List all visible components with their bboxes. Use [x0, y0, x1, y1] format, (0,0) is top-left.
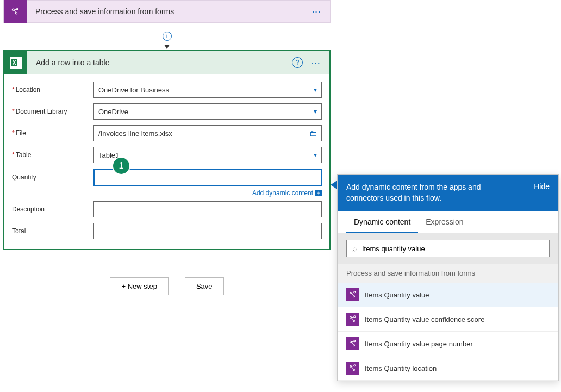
panel-search-input[interactable]	[362, 245, 544, 253]
quantity-input[interactable]	[94, 169, 322, 186]
folder-icon: 🗀	[309, 129, 317, 138]
designer-button-row: + New step Save	[3, 277, 331, 295]
location-label: *Location	[12, 86, 94, 94]
step-connector: +	[3, 23, 331, 50]
action-step-title: Add a row into a table	[27, 58, 292, 67]
field-row-file: *File /Invoices line items.xlsx 🗀	[12, 125, 322, 141]
total-label: Total	[12, 227, 94, 235]
action-step-body: *Location OneDrive for Business ▾ *Docum…	[4, 74, 329, 249]
table-value: Table1	[98, 151, 119, 159]
action-step-menu-button[interactable]: ···	[308, 59, 329, 67]
panel-item-quantity-value[interactable]: Items Quantity value	[338, 283, 558, 307]
library-label: *Document Library	[12, 108, 94, 115]
quantity-label: Quantity	[12, 173, 94, 181]
ai-builder-icon	[346, 337, 359, 350]
svg-point-10	[354, 340, 356, 342]
field-row-table: *Table Table1 ▾	[12, 147, 322, 163]
add-dynamic-content-link[interactable]: Add dynamic content ＋	[252, 189, 322, 197]
panel-pointer-icon	[331, 181, 337, 189]
chevron-down-icon: ▾	[314, 86, 317, 94]
ai-builder-icon	[346, 288, 359, 301]
action-step-header[interactable]: X Add a row into a table ? ···	[4, 51, 329, 74]
insert-step-button[interactable]: +	[163, 32, 172, 41]
help-icon[interactable]: ?	[292, 57, 303, 68]
description-input[interactable]	[94, 201, 322, 217]
library-dropdown[interactable]: OneDrive ▾	[94, 103, 322, 120]
svg-point-7	[354, 316, 356, 318]
tab-dynamic-content[interactable]: Dynamic content	[346, 211, 418, 233]
panel-headline: Add dynamic content from the apps and co…	[346, 182, 509, 203]
panel-hide-button[interactable]: Hide	[534, 182, 550, 191]
panel-search-box[interactable]: ⌕	[346, 240, 550, 257]
chevron-down-icon: ▾	[314, 108, 317, 115]
library-value: OneDrive	[98, 108, 128, 116]
field-row-total: Total	[12, 223, 322, 239]
action-step-card: X Add a row into a table ? ··· *Location…	[3, 50, 331, 250]
svg-point-1	[16, 8, 18, 10]
trigger-step-header[interactable]: Process and save information from forms …	[3, 0, 331, 23]
panel-item-label: Items Quantity location	[365, 364, 437, 372]
text-caret	[99, 173, 99, 182]
flow-designer-column: Process and save information from forms …	[3, 0, 331, 295]
ai-builder-icon	[4, 0, 27, 23]
panel-item-quantity-confidence[interactable]: Items Quantity value confidence score	[338, 307, 558, 332]
expand-icon: ＋	[315, 190, 322, 196]
tab-expression[interactable]: Expression	[418, 211, 471, 233]
panel-header: Add dynamic content from the apps and co…	[338, 175, 558, 211]
table-label: *Table	[12, 151, 94, 159]
ai-builder-icon	[346, 362, 359, 375]
location-dropdown[interactable]: OneDrive for Business ▾	[94, 82, 322, 98]
panel-item-label: Items Quantity value	[365, 291, 429, 299]
field-row-location: *Location OneDrive for Business ▾	[12, 82, 322, 98]
file-picker[interactable]: /Invoices line items.xlsx 🗀	[94, 125, 322, 141]
search-icon: ⌕	[352, 244, 357, 253]
excel-icon: X	[4, 51, 27, 74]
panel-search-area: ⌕	[338, 233, 558, 264]
save-button[interactable]: Save	[185, 277, 224, 295]
ai-builder-icon	[346, 313, 359, 326]
panel-item-label: Items Quantity value page number	[365, 340, 473, 348]
panel-item-quantity-location[interactable]: Items Quantity location	[338, 356, 558, 381]
dynamic-content-link-row: Add dynamic content ＋	[12, 189, 322, 197]
panel-tabs: Dynamic content Expression	[338, 211, 558, 233]
dynamic-content-panel: Add dynamic content from the apps and co…	[337, 174, 559, 381]
trigger-step-title: Process and save information from forms	[27, 7, 303, 16]
svg-point-4	[354, 291, 356, 293]
panel-item-quantity-page[interactable]: Items Quantity value page number	[338, 332, 558, 356]
field-row-description: Description	[12, 201, 322, 217]
field-row-quantity: Quantity	[12, 169, 322, 186]
panel-item-label: Items Quantity value confidence score	[365, 315, 484, 323]
chevron-down-icon: ▾	[314, 151, 317, 159]
file-label: *File	[12, 129, 94, 137]
callout-badge-1: 1	[113, 158, 129, 174]
new-step-button[interactable]: + New step	[110, 277, 168, 295]
trigger-step-menu-button[interactable]: ···	[303, 8, 330, 16]
field-row-library: *Document Library OneDrive ▾	[12, 103, 322, 120]
description-label: Description	[12, 206, 94, 213]
arrow-down-icon	[164, 45, 170, 49]
location-value: OneDrive for Business	[98, 86, 169, 94]
panel-group-header: Process and save information from forms	[338, 264, 558, 283]
svg-point-13	[354, 365, 356, 366]
file-value: /Invoices line items.xlsx	[98, 129, 172, 138]
total-input[interactable]	[94, 223, 322, 239]
